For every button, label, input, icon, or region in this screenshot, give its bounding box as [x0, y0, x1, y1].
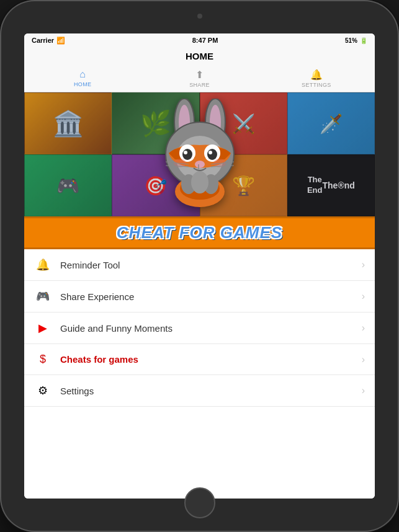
svg-point-11	[208, 151, 212, 154]
chevron-icon-reminder: ›	[362, 259, 365, 270]
menu-label-reminder: Reminder Tool	[60, 260, 362, 270]
status-right: 51% 🔋	[345, 37, 367, 44]
nav-title: HOME	[24, 51, 375, 66]
carrier-label: Carrier	[32, 37, 54, 44]
menu-list: 🔔 Reminder Tool › 🎮 Share Experience › ▶…	[24, 249, 375, 499]
share-icon: ⬆	[195, 69, 204, 81]
gear-icon: ⚙	[34, 384, 52, 397]
svg-point-9	[207, 149, 217, 160]
wifi-icon: 📶	[56, 37, 65, 45]
tab-home-label: HOME	[74, 81, 91, 87]
menu-item-share[interactable]: 🎮 Share Experience ›	[24, 281, 375, 313]
game-tile-8: TheEnd	[287, 154, 375, 216]
status-bar: Carrier 📶 8:47 PM 51% 🔋	[24, 33, 375, 47]
bell-menu-icon: 🔔	[34, 258, 52, 272]
hero-banner: TheEnd	[24, 92, 375, 216]
svg-point-8	[182, 149, 192, 160]
youtube-icon: ▶	[34, 321, 52, 335]
mascot-overlay	[144, 92, 256, 216]
cheat-banner: CHEAT FOR GAMES	[24, 216, 375, 249]
menu-item-cheats[interactable]: $ Cheats for games ›	[24, 344, 375, 375]
tab-share[interactable]: ⬆ SHARE	[141, 66, 258, 92]
screen: Carrier 📶 8:47 PM 51% 🔋 HOME ⌂ HOME ⬆ SH…	[24, 33, 375, 499]
menu-item-guide[interactable]: ▶ Guide and Funny Moments ›	[24, 313, 375, 344]
nav-tabs: ⌂ HOME ⬆ SHARE 🔔 SETTINGS	[24, 66, 375, 92]
device: Carrier 📶 8:47 PM 51% 🔋 HOME ⌂ HOME ⬆ SH…	[0, 0, 399, 532]
battery-label: 51%	[345, 37, 357, 44]
menu-item-reminder[interactable]: 🔔 Reminder Tool ›	[24, 249, 375, 281]
menu-label-cheats: Cheats for games	[60, 354, 362, 365]
menu-label-settings: Settings	[60, 386, 362, 396]
chevron-icon-guide: ›	[362, 322, 365, 334]
menu-label-share: Share Experience	[60, 291, 362, 302]
svg-point-12	[195, 161, 205, 168]
game-tile-1	[24, 92, 112, 154]
tab-settings[interactable]: 🔔 SETTINGS	[258, 66, 375, 92]
game-tile-5	[24, 154, 112, 216]
battery-icon: 🔋	[360, 37, 367, 44]
status-left: Carrier 📶	[32, 37, 65, 45]
nav-bar: HOME ⌂ HOME ⬆ SHARE 🔔 SETTINGS	[24, 47, 375, 92]
gamepad-icon: 🎮	[34, 290, 52, 303]
game-tile-4	[287, 92, 375, 154]
menu-label-guide: Guide and Funny Moments	[60, 323, 362, 334]
chevron-icon-settings: ›	[362, 385, 365, 396]
bell-icon: 🔔	[310, 69, 323, 81]
svg-point-10	[184, 151, 187, 154]
chevron-icon-cheats: ›	[362, 354, 365, 365]
status-time: 8:47 PM	[192, 37, 218, 44]
tab-share-label: SHARE	[189, 82, 210, 88]
svg-point-23	[191, 171, 208, 193]
tab-home[interactable]: ⌂ HOME	[24, 66, 141, 92]
menu-item-settings[interactable]: ⚙ Settings ›	[24, 375, 375, 407]
cheat-banner-text: CHEAT FOR GAMES	[117, 223, 282, 242]
tab-settings-label: SETTINGS	[302, 82, 331, 88]
chevron-icon-share: ›	[362, 291, 365, 302]
mascot-svg	[150, 99, 249, 210]
end-text: TheEnd	[307, 175, 323, 196]
dollar-icon: $	[34, 353, 52, 366]
home-icon: ⌂	[79, 69, 86, 80]
